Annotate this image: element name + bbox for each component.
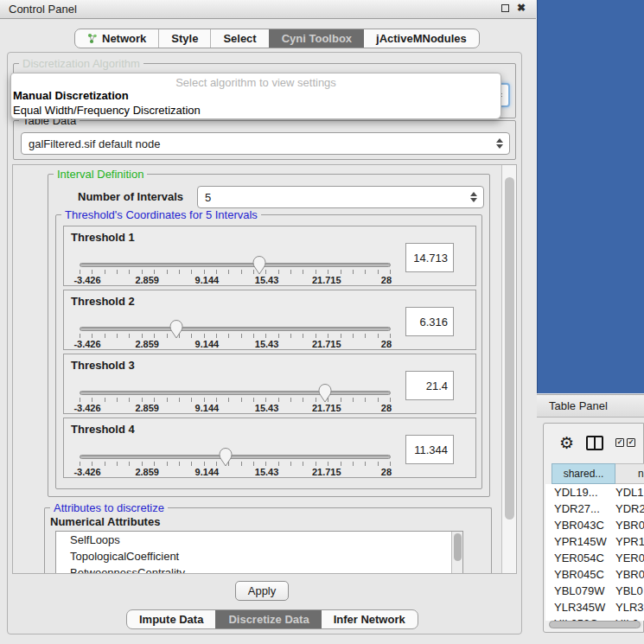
tick-label: 2.859	[135, 275, 159, 285]
threshold-3-slider[interactable]	[80, 391, 391, 395]
table-toolbar: ⚙ ✓ ✓	[544, 424, 643, 462]
dropdown-option-equal-width[interactable]: Equal Width/Frequency Discretization	[11, 103, 501, 118]
tick-label: 21.715	[312, 275, 341, 285]
threshold-1-value[interactable]: 14.713	[405, 243, 454, 272]
attribute-item[interactable]: BetweennessCentrality	[56, 564, 462, 574]
tick-label: 2.859	[135, 467, 159, 477]
table-horizontal-scrollbar[interactable]	[549, 621, 642, 628]
table-row[interactable]: YBR045CYBR0	[545, 566, 644, 583]
threshold-4-value[interactable]: 11.344	[405, 435, 454, 464]
tab-network-label: Network	[102, 32, 146, 45]
table-cell: YPR145W	[545, 533, 615, 550]
tick-label: -3.426	[73, 467, 100, 477]
interval-definition-group: Interval Definition Number of Intervals …	[48, 174, 490, 497]
tick-label: 2.859	[135, 403, 159, 413]
network-icon	[87, 33, 98, 44]
table-cell: YLR3	[615, 599, 644, 615]
table-data-group: Table Data galFiltered.sif default node	[13, 120, 516, 160]
tick-label: 21.715	[312, 339, 341, 349]
table-cell: YBR045C	[545, 566, 615, 583]
tab-network[interactable]: Network	[75, 29, 158, 48]
attributes-group: Attributes to discretize Numerical Attri…	[44, 507, 492, 574]
float-window-icon[interactable]	[501, 4, 509, 12]
tick-label: 15.43	[255, 339, 279, 349]
dropdown-option-manual[interactable]: Manual Discretization	[11, 88, 501, 103]
tab-discretize-data[interactable]: Discretize Data	[215, 610, 321, 628]
settings-scrollbar[interactable]	[501, 165, 516, 573]
table-cell: YBR043C	[545, 517, 615, 533]
table-row[interactable]: YBL079WYBL0	[545, 583, 644, 599]
apply-button[interactable]: Apply	[235, 581, 289, 601]
tick-label: 9.144	[195, 339, 220, 349]
tick-label: -3.426	[73, 339, 100, 349]
table-data-value: galFiltered.sif default node	[29, 137, 160, 150]
threshold-2-value[interactable]: 6.316	[405, 307, 454, 336]
columns-icon[interactable]	[586, 436, 603, 450]
table-cell: YBL0	[615, 583, 644, 599]
close-icon[interactable]: ✖	[517, 4, 526, 12]
tab-style[interactable]: Style	[158, 29, 210, 48]
group-title-interval-definition: Interval Definition	[54, 168, 147, 181]
table-panel-titlebar: Table Panel	[537, 394, 644, 418]
tab-jactivemnodules-label: jActiveMNodules	[376, 32, 467, 45]
table-row[interactable]: YPR145WYPR1	[545, 533, 644, 550]
attribute-item[interactable]: SelfLoops	[56, 532, 462, 548]
slider-ticks	[80, 398, 391, 402]
tab-cyni-toolbox[interactable]: Cyni Toolbox	[269, 29, 364, 48]
threshold-2-panel: Threshold 2 -3.4262.8599.14415.4321.7152…	[63, 290, 476, 350]
table-cell: YER054C	[545, 550, 615, 566]
column-header-shared-name[interactable]: shared...	[552, 463, 615, 484]
settings-scroll-panel: Interval Definition Number of Intervals …	[12, 164, 517, 574]
table-horizontal-scrollbar-thumb[interactable]	[549, 621, 641, 628]
attribute-item[interactable]: TopologicalCoefficient	[56, 548, 462, 564]
tab-discretize-data-label: Discretize Data	[228, 613, 309, 626]
slider-tick-labels: -3.4262.8599.14415.4321.71528	[80, 275, 391, 285]
tab-select[interactable]: Select	[210, 29, 268, 48]
slider-ticks	[80, 462, 391, 466]
table-row[interactable]: YDL19...YDL1	[545, 484, 644, 501]
tab-select-label: Select	[223, 32, 256, 45]
threshold-3-value[interactable]: 21.4	[405, 371, 454, 400]
tick-label: 28	[381, 467, 392, 477]
control-panel-tabs: Network Style Select Cyni Toolbox jActiv…	[74, 29, 480, 48]
settings-scrollbar-thumb[interactable]	[505, 177, 514, 520]
table-row[interactable]: YDR27...YDR2	[545, 501, 644, 517]
slider-tick-labels: -3.4262.8599.14415.4321.71528	[80, 339, 391, 349]
select-columns-icon[interactable]: ✓ ✓	[615, 438, 635, 447]
tab-impute-data[interactable]: Impute Data	[127, 610, 215, 628]
list-scrollbar[interactable]	[451, 532, 462, 574]
tick-label: 15.43	[255, 275, 279, 285]
slider-tick-labels: -3.4262.8599.14415.4321.71528	[80, 403, 391, 413]
tick-label: 9.144	[195, 467, 220, 477]
tab-jactivemnodules[interactable]: jActiveMNodules	[364, 29, 479, 48]
group-title-discretization-algorithm: Discretization Algorithm	[19, 57, 143, 70]
table-row[interactable]: YBR043CYBR0	[545, 517, 644, 533]
threshold-2-label: Threshold 2	[71, 295, 135, 308]
numerical-attributes-list[interactable]: SelfLoopsTopologicalCoefficientBetweenne…	[55, 531, 463, 574]
group-title-thresholds: Threshold's Coordinates for 5 Intervals	[61, 208, 261, 221]
threshold-1-slider[interactable]	[80, 263, 391, 267]
list-scrollbar-thumb[interactable]	[454, 533, 462, 561]
tick-label: 21.715	[312, 403, 341, 413]
threshold-1-label: Threshold 1	[71, 231, 135, 244]
threshold-2-slider[interactable]	[80, 327, 391, 331]
num-intervals-combobox[interactable]: 5	[197, 186, 484, 208]
table-row[interactable]: YLR345WYLR3	[545, 599, 644, 615]
table-cell: YBL079W	[545, 583, 615, 599]
mode-tabs: Impute Data Discretize Data Infer Networ…	[126, 609, 418, 629]
tab-infer-network[interactable]: Infer Network	[322, 610, 418, 628]
num-intervals-label: Number of Intervals	[78, 190, 183, 203]
checkbox-icon: ✓	[615, 438, 624, 447]
threshold-4-slider[interactable]	[80, 455, 391, 459]
table-row[interactable]: YER054CYER0	[545, 550, 644, 566]
gear-icon[interactable]: ⚙	[559, 435, 574, 451]
tick-label: 2.859	[135, 339, 159, 349]
column-header-name[interactable]: na	[615, 463, 644, 484]
control-panel-titlebar: Control Panel ✖	[0, 0, 536, 19]
tick-label: 28	[381, 339, 392, 349]
table-body: YDL19...YDL1YDR27...YDR2YBR043CYBR0YPR14…	[545, 484, 644, 621]
table-data-combobox[interactable]: galFiltered.sif default node	[21, 132, 510, 155]
table-panel-window: ⚙ ✓ ✓ shared... na YDL19...YDL1YDR27...Y…	[543, 423, 644, 633]
algorithm-dropdown-popup: Select algorithm to view settings Manual…	[10, 73, 501, 119]
control-panel: Control Panel ✖ Network Style Select Cyn…	[0, 0, 536, 644]
